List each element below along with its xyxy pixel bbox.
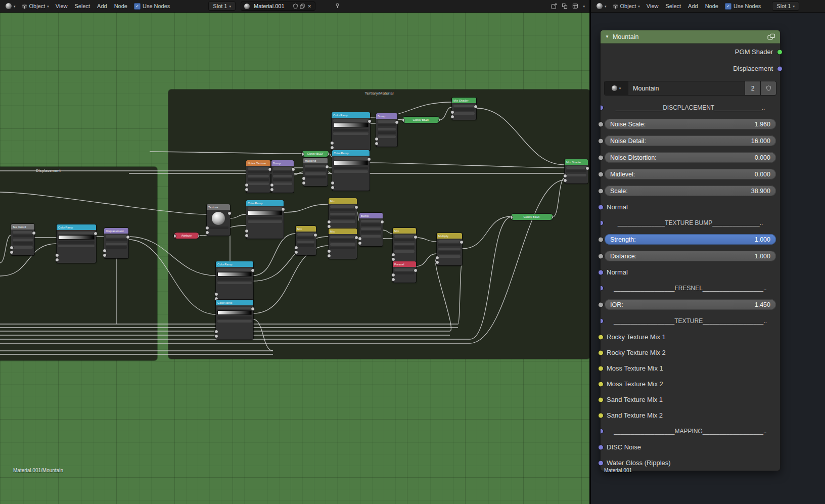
input-socket[interactable]: [214, 292, 218, 296]
node-header[interactable]: Noise Texture: [246, 160, 270, 166]
output-socket[interactable]: [414, 235, 418, 239]
fake-user-button[interactable]: [761, 81, 776, 95]
input-socket[interactable]: [601, 286, 604, 291]
menu-select[interactable]: Select: [662, 2, 684, 10]
node-glossy-bsdf[interactable]: Glossy BSDF: [511, 214, 553, 220]
node-header[interactable]: Bump: [271, 160, 294, 166]
input-socket[interactable]: [601, 429, 604, 434]
output-socket[interactable]: [291, 167, 295, 171]
output-socket[interactable]: [126, 235, 130, 239]
input-socket[interactable]: [598, 460, 604, 466]
input-socket[interactable]: [214, 330, 218, 334]
input-socket[interactable]: [391, 257, 395, 261]
output-socket[interactable]: [281, 207, 285, 211]
output-socket[interactable]: [777, 66, 783, 71]
input-socket[interactable]: [598, 397, 604, 402]
menu-view[interactable]: View: [52, 2, 71, 10]
input-socket[interactable]: [327, 220, 331, 224]
colorramp-gradient[interactable]: [217, 272, 252, 277]
node-colorramp[interactable]: ColorRamp: [57, 224, 96, 263]
input-socket[interactable]: [598, 302, 604, 307]
output-socket[interactable]: [368, 119, 372, 123]
input-socket[interactable]: [598, 138, 604, 144]
input-socket[interactable]: [358, 237, 362, 241]
use-nodes-toggle[interactable]: ✓Use Nodes: [131, 2, 173, 11]
node-attribute[interactable]: Attribute: [174, 233, 199, 239]
node-header[interactable]: Bump: [359, 213, 383, 218]
node-header[interactable]: Fresnel: [393, 261, 416, 267]
input-socket[interactable]: [270, 188, 274, 192]
node-mix-shader[interactable]: Mix Shader: [452, 98, 476, 120]
node-tex-coord[interactable]: Tex Coord: [11, 224, 34, 255]
input-socket[interactable]: [294, 250, 298, 254]
colorramp-gradient[interactable]: [334, 161, 368, 165]
input-socket[interactable]: [375, 142, 379, 146]
input-socket[interactable]: [205, 226, 209, 230]
material-name-field[interactable]: Material.001×: [241, 2, 315, 11]
node-canvas-right[interactable]: ▼ Mountain PGM ShaderDisplacement▾Mounta…: [591, 12, 825, 504]
slot-dropdown[interactable]: Slot 1▾: [208, 2, 236, 11]
value-slider[interactable]: Noise Scale:1.960: [605, 119, 776, 129]
node-header[interactable]: ColorRamp: [332, 150, 370, 156]
node-canvas-left[interactable]: DisplacementTertiary/Material Tex CoordC…: [0, 12, 589, 504]
slot-dropdown[interactable]: Slot 1▾: [772, 2, 799, 11]
input-socket[interactable]: [402, 118, 405, 122]
input-socket[interactable]: [601, 318, 604, 324]
colorramp-gradient[interactable]: [248, 211, 282, 215]
output-socket[interactable]: [94, 232, 98, 236]
node-colorramp[interactable]: ColorRamp: [332, 112, 370, 151]
node-glossy-bsdf[interactable]: Glossy BSDF: [402, 117, 440, 123]
value-slider[interactable]: Noise Distortion:0.000: [605, 152, 776, 163]
node-header[interactable]: Displacement: [104, 228, 128, 234]
menu-add[interactable]: Add: [94, 2, 111, 10]
output-socket[interactable]: [380, 220, 384, 224]
menu-node[interactable]: Node: [702, 2, 722, 10]
input-socket[interactable]: [391, 253, 395, 257]
group-browse-button[interactable]: ▾: [605, 81, 628, 95]
input-socket[interactable]: [302, 176, 306, 180]
copy-icon[interactable]: [300, 4, 305, 9]
input-socket[interactable]: [563, 174, 567, 178]
input-socket[interactable]: [10, 246, 14, 250]
input-socket[interactable]: [450, 115, 454, 119]
node-header[interactable]: Multiply: [437, 233, 462, 239]
input-socket[interactable]: [598, 121, 604, 127]
input-socket[interactable]: [245, 229, 249, 233]
node-header[interactable]: ColorRamp: [216, 300, 253, 305]
input-socket[interactable]: [302, 152, 304, 156]
node-bump[interactable]: Bump: [359, 213, 383, 246]
use-nodes-toggle[interactable]: ✓Use Nodes: [722, 2, 764, 11]
node-mix-shader[interactable]: Mix Shader: [565, 159, 588, 184]
editor-options-icon[interactable]: [572, 3, 578, 9]
input-socket[interactable]: [598, 204, 604, 210]
input-socket[interactable]: [391, 273, 395, 277]
output-socket[interactable]: [414, 268, 418, 272]
editor-link-icon[interactable]: [551, 3, 557, 9]
node-mix[interactable]: Mix: [329, 198, 357, 230]
node-glossy-bsdf[interactable]: Glossy BSDF: [302, 151, 329, 157]
node-mapping[interactable]: Mapping: [303, 158, 328, 186]
node-displacement[interactable]: Displacement: [104, 228, 128, 258]
object-mode-dropdown[interactable]: Object▾: [19, 2, 52, 10]
node-noise-texture[interactable]: Noise Texture: [246, 160, 270, 193]
node-header[interactable]: Tex Coord: [11, 224, 34, 230]
node-header[interactable]: Mix: [329, 198, 357, 204]
node-bump[interactable]: Bump: [271, 160, 294, 193]
group-users-count[interactable]: 2: [745, 81, 761, 95]
input-socket[interactable]: [598, 269, 604, 275]
node-header[interactable]: ColorRamp: [246, 200, 284, 206]
input-socket[interactable]: [302, 181, 306, 185]
input-socket[interactable]: [103, 249, 107, 253]
fake-user-icon[interactable]: [293, 4, 298, 9]
node-header[interactable]: ColorRamp: [57, 224, 96, 230]
value-slider[interactable]: Midlevel:0.000: [605, 169, 776, 179]
input-socket[interactable]: [55, 258, 59, 262]
value-slider[interactable]: Distance:1.000: [605, 251, 776, 261]
node-colorramp[interactable]: ColorRamp: [216, 261, 253, 302]
node-colorramp[interactable]: ColorRamp: [246, 200, 284, 239]
input-socket[interactable]: [214, 334, 218, 338]
node-bump[interactable]: Bump: [376, 113, 397, 147]
input-socket[interactable]: [511, 215, 513, 219]
input-socket[interactable]: [435, 256, 439, 260]
input-socket[interactable]: [10, 250, 14, 254]
